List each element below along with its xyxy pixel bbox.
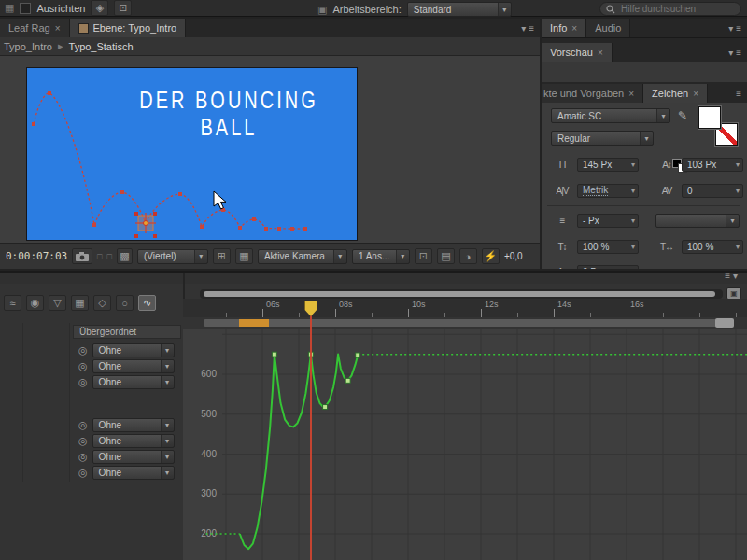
pick-whip-icon[interactable]: ◎: [78, 436, 88, 446]
baseline-shift-field[interactable]: 0 Px ▾: [577, 265, 639, 270]
horizontal-scale-field[interactable]: 100 % ▾: [682, 240, 743, 254]
font-style-select[interactable]: Regular ▾: [551, 131, 654, 146]
work-area-start-segment[interactable]: [239, 319, 269, 327]
tab-layer-typo-intro[interactable]: Ebene: Typo_Intro: [70, 19, 187, 37]
parent-select[interactable]: Ohne▾: [92, 434, 175, 448]
layer-row: ◎Ohne▾: [78, 450, 175, 464]
font-size-field[interactable]: 145 Px ▾: [577, 158, 639, 172]
tab-label: Info: [550, 22, 567, 34]
tracking-field[interactable]: 0 ▾: [682, 184, 743, 198]
vertical-scale-field[interactable]: 100 % ▾: [577, 240, 639, 254]
background-color-button[interactable]: ▩: [117, 248, 133, 264]
graph-editor-area[interactable]: 600500400300200: [183, 329, 747, 560]
graph-editor-svg[interactable]: 600500400300200: [183, 329, 747, 560]
comp-button-icon[interactable]: ≈: [4, 295, 21, 311]
parent-select[interactable]: Ohne▾: [92, 466, 175, 480]
pick-whip-icon[interactable]: ◎: [78, 452, 88, 462]
tab-audio[interactable]: Audio: [586, 19, 630, 37]
pick-whip-icon[interactable]: ◎: [78, 377, 88, 387]
font-family-select[interactable]: Amatic SC ▾: [551, 108, 670, 123]
close-icon[interactable]: ×: [628, 89, 634, 99]
parent-select[interactable]: Ohne▾: [92, 359, 175, 373]
timeline-toolbar: ≈◉▽▦◇○∿: [4, 295, 156, 311]
parent-select[interactable]: Ohne▾: [92, 450, 175, 464]
fill-color-swatch[interactable]: [698, 106, 721, 129]
fast-preview-icon[interactable]: ⚡: [482, 248, 500, 264]
close-icon[interactable]: ×: [598, 48, 603, 58]
tab-info[interactable]: Info ×: [542, 19, 586, 37]
brainstorm-icon[interactable]: ○: [116, 295, 134, 311]
show-channels-icon[interactable]: ◑: [459, 248, 477, 264]
keyframe-marker[interactable]: [345, 378, 350, 383]
motion-blur-icon[interactable]: ◇: [93, 295, 111, 311]
tracking-value: 0: [687, 186, 693, 196]
kerning-field[interactable]: Metrik ▾: [577, 184, 639, 198]
panel-menu[interactable]: ≡ ▾: [719, 271, 743, 281]
composition-canvas[interactable]: DER BOUNCING BALL: [26, 67, 358, 241]
breadcrumb-layer[interactable]: Typo_Statisch: [69, 41, 134, 52]
parent-column-header[interactable]: Übergeordnet: [73, 325, 181, 339]
align-button[interactable]: ◈: [91, 0, 108, 16]
keyframe-marker[interactable]: [323, 405, 328, 410]
close-icon[interactable]: ×: [693, 89, 698, 99]
current-timecode[interactable]: 0:00:07:03: [6, 250, 67, 262]
help-search-input[interactable]: [619, 3, 735, 15]
shy-layers-icon[interactable]: ▽: [49, 295, 66, 311]
layer-viewer: DER BOUNCING BALL: [0, 56, 540, 243]
stroke-width-field[interactable]: - Px ▾: [577, 214, 639, 228]
pick-whip-icon[interactable]: ◎: [78, 468, 88, 478]
tab-character[interactable]: Zeichen ×: [643, 84, 708, 103]
pick-whip-icon[interactable]: ◎: [78, 345, 88, 356]
layer-row: ◎Ohne▾: [78, 434, 175, 448]
eyedropper-icon[interactable]: ✎: [678, 109, 687, 122]
snap-checkbox[interactable]: [20, 3, 31, 14]
draft-3d-icon[interactable]: ◉: [26, 295, 44, 311]
navigator-end-handle[interactable]: [715, 318, 734, 328]
parent-select[interactable]: Ohne▾: [92, 418, 175, 432]
resolution-select[interactable]: (Viertel) ▾: [137, 249, 208, 264]
camera-select[interactable]: Aktive Kamera ▾: [258, 249, 347, 264]
leading-field[interactable]: 103 Px ▾: [682, 158, 743, 172]
view-layout-select[interactable]: 1 Ans... ▾: [352, 249, 410, 264]
parent-select[interactable]: Ohne▾: [92, 343, 175, 357]
tool-options-icon[interactable]: ▦: [5, 2, 14, 14]
tab-effects-presets[interactable]: kte und Vorgaben ×: [542, 84, 643, 103]
keyframe-marker[interactable]: [272, 352, 276, 357]
pixel-aspect-icon[interactable]: ⊡: [415, 248, 432, 264]
distribute-button[interactable]: ⊡: [114, 0, 132, 16]
pick-whip-icon[interactable]: ◎: [78, 420, 88, 430]
kerning-value: Metrik: [583, 185, 608, 196]
show-channels-mini-icon[interactable]: □: [106, 252, 111, 261]
snapshot-camera-icon[interactable]: [72, 248, 92, 264]
stroke-style-select[interactable]: ▾: [655, 214, 740, 228]
resolution-value: (Viertel): [144, 251, 176, 261]
show-snapshot-icon[interactable]: □: [97, 252, 102, 261]
panel-menu[interactable]: ▾ ≡: [515, 19, 540, 37]
panel-menu[interactable]: ≡: [730, 84, 747, 103]
effects-character-tab-bar: kte und Vorgaben × Zeichen × ≡: [542, 84, 747, 104]
region-of-interest-icon[interactable]: ⊞: [213, 248, 231, 264]
breadcrumb-comp[interactable]: Typo_Intro: [4, 41, 52, 52]
chevron-down-icon: ▾: [631, 268, 638, 270]
grid-guides-icon[interactable]: ▤: [437, 248, 455, 264]
time-ruler[interactable]: 06s08s10s12s14s16s: [183, 299, 747, 318]
ruler-label: 14s: [557, 300, 571, 309]
timeline-panel: ≡ ▾ ≈◉▽▦◇○∿ Übergeordnet ◎Ohne▾◎Ohne▾◎Oh…: [0, 271, 747, 560]
panel-menu[interactable]: ▾ ≡: [723, 43, 747, 62]
layer-row: ◎Ohne▾: [78, 375, 175, 389]
panel-menu[interactable]: ▾ ≡: [723, 19, 747, 37]
close-icon[interactable]: ×: [55, 23, 61, 34]
pick-whip-icon[interactable]: ◎: [78, 361, 88, 371]
close-icon[interactable]: ×: [571, 23, 577, 34]
work-area-bar[interactable]: [204, 319, 726, 327]
exposure-value[interactable]: +0,0: [504, 251, 523, 261]
workspace-select[interactable]: Standard ▾: [407, 2, 512, 17]
tab-comp-leaf-rag[interactable]: Leaf Rag ×: [0, 19, 70, 37]
timeline-navigator-handle[interactable]: [204, 291, 715, 297]
keyframe-marker[interactable]: [356, 353, 360, 357]
frame-blend-icon[interactable]: ▦: [71, 295, 89, 311]
graph-editor-icon[interactable]: ∿: [138, 295, 156, 311]
tab-preview[interactable]: Vorschau ×: [542, 43, 613, 62]
parent-select[interactable]: Ohne▾: [92, 375, 175, 389]
transparency-grid-icon[interactable]: ▦: [235, 248, 253, 264]
